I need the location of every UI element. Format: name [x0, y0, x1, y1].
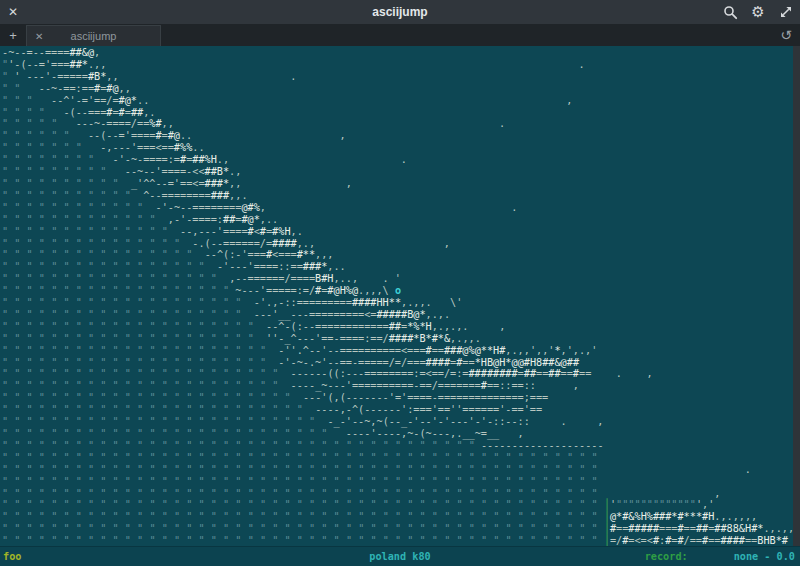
tab-asciijump[interactable]: ✕ asciijump [26, 25, 161, 46]
new-tab-button[interactable]: + [0, 24, 26, 46]
record-label: record: [645, 551, 688, 562]
game-statusbar: foo poland k80 record: none - 0.0 [0, 546, 800, 566]
app-window: ✕ asciijump ⚙ + ✕ asciijump [0, 0, 800, 566]
settings-gear-icon[interactable]: ⚙ [750, 4, 766, 20]
record-group: record: none - 0.0 [645, 551, 795, 562]
tabbar: + ✕ asciijump ↺ [0, 24, 800, 46]
titlebar: ✕ asciijump ⚙ [0, 0, 800, 25]
scrollbar-thumb[interactable] [793, 46, 800, 547]
session-restore-icon[interactable]: ↺ [772, 24, 800, 46]
window-title: asciijump [0, 5, 800, 19]
titlebar-actions: ⚙ [722, 0, 794, 24]
fullscreen-icon[interactable] [778, 4, 794, 20]
search-icon[interactable] [722, 4, 738, 20]
window-close-button[interactable]: ✕ [0, 0, 26, 24]
tab-title: asciijump [27, 30, 160, 42]
terminal-scrollbar[interactable] [793, 46, 800, 547]
ascii-art: -~--=--====##&@, "'-(--='===##*.,, . " '… [2, 47, 794, 547]
record-value: none - 0.0 [734, 551, 795, 562]
tab-close-icon[interactable]: ✕ [35, 31, 43, 42]
terminal-screen[interactable]: -~--=--====##&@, "'-(--='===##*.,, . " '… [0, 46, 800, 566]
tabbar-spacer [161, 24, 772, 46]
